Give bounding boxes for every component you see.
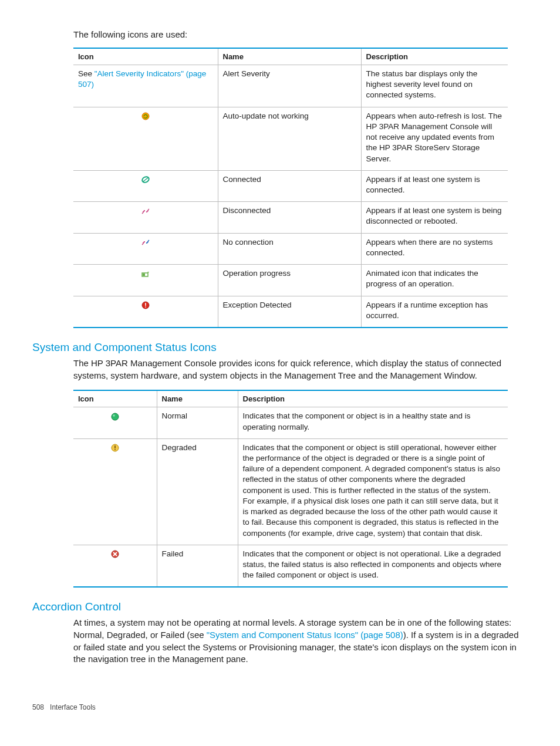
t1r1-name: Auto-update not working	[218, 107, 361, 170]
t1r1-icon	[73, 107, 218, 170]
t2r1-desc: Indicates that the component or object i…	[238, 438, 508, 545]
t1r5-name: Operation progress	[218, 265, 361, 296]
svg-rect-16	[114, 449, 116, 450]
t1r4-icon	[73, 233, 218, 264]
t1-header-name: Name	[218, 48, 361, 65]
t2r2-icon	[73, 545, 157, 587]
table-row: Operation progress Animated icon that in…	[73, 265, 508, 296]
svg-rect-10	[145, 303, 146, 306]
degraded-icon	[110, 443, 120, 453]
t2r0-name: Normal	[157, 407, 238, 438]
t2r1-name: Degraded	[157, 438, 238, 545]
t2r2-desc: Indicates that the component or object i…	[238, 545, 508, 587]
t2-header-name: Name	[157, 390, 238, 407]
t1r0-desc: The status bar displays only the highest…	[361, 65, 508, 107]
t1r6-desc: Appears if a runtime exception has occur…	[361, 296, 508, 328]
alert-severity-link[interactable]: "Alert Severity Indicators" (page 507)	[78, 69, 206, 89]
svg-point-12	[112, 413, 119, 420]
t1r3-desc: Appears if at least one system is being …	[361, 202, 508, 233]
t1r0-icon: See "Alert Severity Indicators" (page 50…	[73, 65, 218, 107]
see-prefix: See	[78, 69, 95, 78]
t1r0-name: Alert Severity	[218, 65, 361, 107]
icons-table-1: Icon Name Description See "Alert Severit…	[73, 48, 508, 328]
svg-point-13	[113, 414, 115, 417]
svg-line-3	[142, 212, 143, 214]
svg-line-4	[148, 209, 149, 210]
t1r6-icon	[73, 296, 218, 328]
t1r3-name: Disconnected	[218, 202, 361, 233]
t2r0-icon	[73, 407, 157, 438]
section-status-icons-head: System and Component Status Icons	[32, 341, 528, 354]
table-row: Connected Appears if at least one system…	[73, 170, 508, 201]
table-row: See "Alert Severity Indicators" (page 50…	[73, 65, 508, 107]
table-row: Disconnected Appears if at least one sys…	[73, 202, 508, 233]
table-row: No connection Appears when there are no …	[73, 233, 508, 264]
disconnected-icon	[141, 207, 150, 216]
svg-line-5	[142, 244, 143, 245]
t2-header-icon: Icon	[73, 390, 157, 407]
svg-rect-15	[114, 445, 116, 448]
t1r4-desc: Appears when there are no systems connec…	[361, 233, 508, 264]
svg-point-0	[142, 113, 149, 120]
failed-icon	[110, 549, 120, 559]
t1r4-name: No connection	[218, 233, 361, 264]
t1r2-name: Connected	[218, 170, 361, 201]
t1-header-desc: Description	[361, 48, 508, 65]
icons-table-2: Icon Name Description Normal Indicates t…	[73, 390, 508, 588]
intro-text: The following icons are used:	[73, 29, 528, 39]
t2-header-desc: Description	[238, 390, 508, 407]
t1r2-desc: Appears if at least one system is connec…	[361, 170, 508, 201]
svg-rect-11	[145, 306, 146, 308]
table-row: Exception Detected Appears if a runtime …	[73, 296, 508, 328]
table-row: Degraded Indicates that the component or…	[73, 438, 508, 545]
t2r2-name: Failed	[157, 545, 238, 587]
progress-icon	[141, 269, 150, 279]
svg-rect-8	[143, 274, 145, 276]
table-row: Normal Indicates that the component or o…	[73, 407, 508, 438]
t1-header-icon: Icon	[73, 48, 218, 65]
t1r2-icon	[73, 170, 218, 201]
t1r5-desc: Animated icon that indicates the progres…	[361, 265, 508, 296]
t1r3-icon	[73, 202, 218, 233]
auto-update-icon	[141, 112, 150, 121]
no-connection-icon	[141, 238, 150, 247]
t1r1-desc: Appears when auto-refresh is lost. The H…	[361, 107, 508, 170]
status-icons-link[interactable]: "System and Component Status Icons" (pag…	[207, 630, 403, 640]
t2r1-icon	[73, 438, 157, 545]
exception-icon	[141, 301, 150, 310]
t2r0-desc: Indicates that the component or object i…	[238, 407, 508, 438]
section-accordion-head: Accordion Control	[32, 600, 528, 613]
table-row: Failed Indicates that the component or o…	[73, 545, 508, 587]
section-accordion-body: At times, a system may not be operating …	[73, 617, 528, 666]
svg-line-6	[148, 240, 149, 241]
section-status-icons-body: The HP 3PAR Management Console provides …	[73, 357, 528, 382]
normal-icon	[110, 412, 120, 421]
connected-icon	[141, 175, 150, 184]
table-row: Auto-update not working Appears when aut…	[73, 107, 508, 170]
t1r5-icon	[73, 265, 218, 296]
t1r6-name: Exception Detected	[218, 296, 361, 328]
